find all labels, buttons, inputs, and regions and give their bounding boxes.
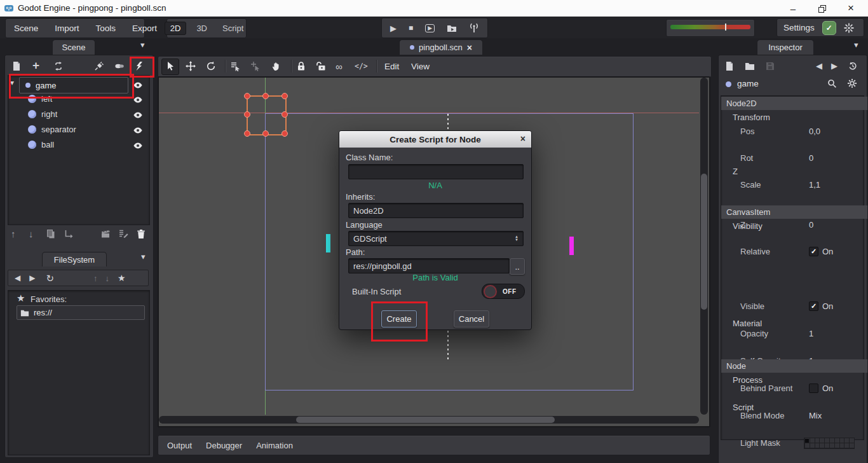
close-button[interactable]: × xyxy=(843,1,858,15)
inspector-dock-menu-arrow-icon[interactable]: ▾ xyxy=(854,41,858,49)
new-scene-icon[interactable] xyxy=(11,61,22,71)
scene-dock-menu-arrow-icon[interactable]: ▾ xyxy=(140,41,145,49)
fs-item-res-root[interactable]: res:// xyxy=(17,305,145,320)
inherits-input[interactable] xyxy=(348,203,524,218)
checkbox-checked[interactable]: ✓ xyxy=(809,247,818,256)
cancel-button[interactable]: Cancel xyxy=(454,310,489,328)
dialog-close-icon[interactable]: × xyxy=(520,134,526,144)
play-scene-button[interactable]: ▶ xyxy=(425,24,435,32)
inspector-group-script[interactable]: Script xyxy=(721,401,868,414)
output-button[interactable]: Output xyxy=(167,441,192,450)
viewport-hscrollbar[interactable] xyxy=(159,416,699,424)
inspector-header-canvasitem[interactable]: CanvasItem xyxy=(721,205,867,219)
pan-tool-icon[interactable] xyxy=(271,61,281,71)
move-node-up-icon[interactable]: ↑ xyxy=(11,228,16,239)
viewport-vscrollbar[interactable] xyxy=(700,78,708,415)
tab-2d[interactable]: 2D xyxy=(165,22,187,35)
inspector-row-light-mask[interactable]: Light Mask ▾ xyxy=(721,436,868,450)
inspector-header-node[interactable]: Node xyxy=(721,359,867,373)
debugger-button[interactable]: Debugger xyxy=(206,441,242,450)
right-paddle-node[interactable] xyxy=(569,237,574,255)
fs-forward-icon[interactable]: ▶ xyxy=(29,274,35,282)
language-select[interactable]: GDScript ▲ ▼ xyxy=(348,231,524,246)
connect-signals-icon[interactable] xyxy=(94,61,104,71)
minimize-button[interactable]: – xyxy=(785,1,801,15)
selection-rect[interactable] xyxy=(247,95,287,135)
select-tool-icon[interactable] xyxy=(165,61,175,71)
checkbox-checked[interactable]: ✓ xyxy=(809,301,818,311)
reparent-node-icon[interactable] xyxy=(64,229,74,239)
rotate-tool-icon[interactable] xyxy=(206,61,216,71)
new-edited-scene-icon[interactable] xyxy=(100,229,111,239)
selection-handle[interactable] xyxy=(281,130,288,137)
tab-close-icon[interactable]: × xyxy=(467,43,472,53)
group-children-icon[interactable]: ∞ xyxy=(336,62,342,71)
deploy-remote-icon[interactable] xyxy=(469,23,479,33)
settings-button[interactable]: Settings xyxy=(783,23,815,32)
visibility-toggle-ball[interactable] xyxy=(132,141,144,151)
inspector-group-process[interactable]: Process xyxy=(721,373,868,387)
move-tool-icon[interactable] xyxy=(186,61,196,71)
filesystem-menu-arrow-icon[interactable]: ▾ xyxy=(141,252,146,261)
tree-item-ball[interactable]: ball xyxy=(28,140,54,149)
inspector-load-resource-icon[interactable] xyxy=(745,61,755,71)
selection-handle[interactable] xyxy=(281,93,288,99)
fs-fav-up-icon[interactable]: ↑ xyxy=(93,274,98,282)
tab-pingboll-scn[interactable]: pingboll.scn × xyxy=(399,39,483,55)
inspector-forward-icon[interactable]: ▶ xyxy=(831,62,837,70)
list-select-icon[interactable] xyxy=(230,61,240,71)
move-node-down-icon[interactable]: ↓ xyxy=(29,228,34,239)
viewport-view-menu[interactable]: View xyxy=(403,62,438,71)
tab-script[interactable]: Script xyxy=(217,22,248,34)
selection-handle[interactable] xyxy=(262,93,269,99)
tab-scene-dock[interactable]: Scene xyxy=(52,39,95,55)
stop-button[interactable]: ■ xyxy=(409,24,413,32)
inspector-header-node2d[interactable]: Node2D xyxy=(721,97,867,110)
inspector-gear-icon[interactable] xyxy=(847,78,857,88)
selection-handle[interactable] xyxy=(244,111,250,118)
fs-rescan-icon[interactable]: ↻ xyxy=(46,273,54,283)
inspector-group-transform[interactable]: Transform xyxy=(721,111,868,124)
tree-item-right[interactable]: right xyxy=(28,109,57,119)
inspector-row-scale[interactable]: Scale 1,1 ▾ xyxy=(721,178,868,191)
multi-edit-script-icon[interactable] xyxy=(118,229,128,239)
selection-handle[interactable] xyxy=(244,130,250,137)
visibility-toggle-separator[interactable] xyxy=(132,125,144,135)
add-node-icon[interactable]: + xyxy=(32,59,39,71)
fs-fav-down-icon[interactable]: ↓ xyxy=(105,274,110,282)
inspector-save-resource-icon[interactable] xyxy=(765,61,775,71)
selection-handle[interactable] xyxy=(281,111,288,118)
vscrollbar-thumb[interactable] xyxy=(701,174,707,310)
instance-scene-icon[interactable] xyxy=(53,61,64,71)
fs-favorite-icon[interactable]: ★ xyxy=(118,273,126,282)
animation-button[interactable]: Animation xyxy=(256,441,293,450)
inspector-group-material[interactable]: Material xyxy=(721,317,868,330)
tab-filesystem[interactable]: FileSystem xyxy=(42,252,107,266)
selection-handle[interactable] xyxy=(244,93,250,99)
inspector-group-z[interactable]: Z xyxy=(721,165,868,178)
groups-icon[interactable] xyxy=(114,61,125,71)
inspector-history-icon[interactable] xyxy=(848,61,858,71)
play-custom-scene-button[interactable] xyxy=(447,23,457,33)
tree-item-separator[interactable]: separator xyxy=(28,125,76,134)
inspector-row-rot[interactable]: Rot 0 ▲▼ xyxy=(721,151,868,165)
dialog-title-bar[interactable]: Create Script for Node × xyxy=(339,131,531,148)
restore-button[interactable] xyxy=(814,1,829,15)
builtin-script-toggle[interactable]: OFF xyxy=(482,284,525,299)
menu-export[interactable]: Export xyxy=(124,24,165,33)
inspector-row-pos[interactable]: Pos 0,0 ▾ xyxy=(721,125,868,138)
left-paddle-node[interactable] xyxy=(326,234,330,252)
inspector-new-resource-icon[interactable] xyxy=(724,61,735,71)
inspector-row-visible[interactable]: Visible ✓On xyxy=(721,300,868,313)
path-input[interactable] xyxy=(348,258,510,273)
unlock-object-icon[interactable] xyxy=(316,61,326,71)
light-mask-grid[interactable] xyxy=(804,438,855,449)
menu-tools[interactable]: Tools xyxy=(88,24,125,33)
snap-icon[interactable] xyxy=(250,61,261,71)
delete-node-icon[interactable] xyxy=(136,229,146,239)
duplicate-node-icon[interactable] xyxy=(46,229,56,239)
inspector-group-visibility[interactable]: Visibility xyxy=(721,219,868,233)
play-button[interactable]: ▶ xyxy=(390,24,397,32)
fs-back-icon[interactable]: ◀ xyxy=(15,274,20,282)
class-name-input[interactable] xyxy=(348,164,524,179)
